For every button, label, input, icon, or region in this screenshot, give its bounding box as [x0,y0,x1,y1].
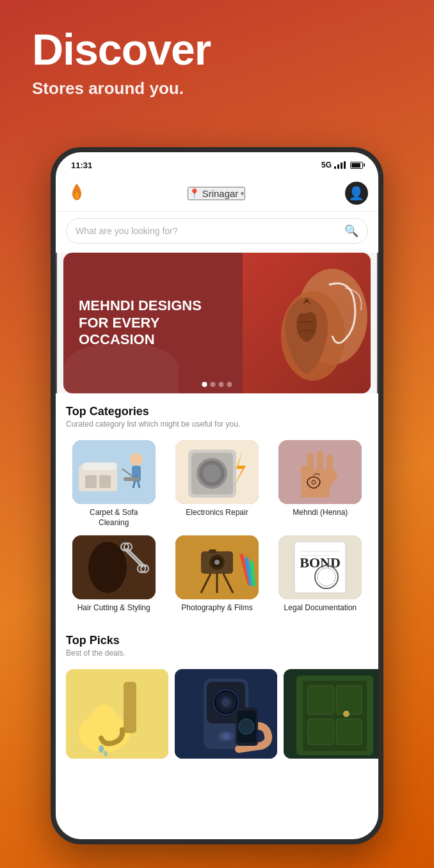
legal-thumbnail: BOND [278,535,362,599]
hair-illustration [72,535,156,599]
svg-point-35 [214,560,220,565]
app-logo [66,182,88,204]
category-electronics[interactable]: Electronics Repair [169,440,264,528]
flame-icon [66,182,88,204]
top-categories-title: Top Categories [66,405,368,418]
search-bar-wrap: What are you looking for? 🔍 [56,212,378,253]
svg-point-65 [239,719,254,734]
electronics-illustration [175,440,259,504]
phone-frame: 11:31 5G 📍 Srinagar ▾ [51,147,383,844]
category-legal[interactable]: BOND Legal Documentation [273,535,368,613]
chevron-down-icon: ▾ [241,190,244,197]
svg-point-53 [99,745,104,753]
svg-rect-36 [209,549,216,553]
signal-bar-4 [344,161,346,169]
henna-hands-illustration [243,253,371,393]
mehndi-label: Mehndi (Henna) [293,508,348,518]
banner-content: MEHNDI DESIGNSFOR EVERYOCCASION [63,282,243,363]
signal-bar-2 [337,164,339,169]
legal-illustration: BOND [278,535,362,599]
svg-point-75 [343,711,350,717]
battery-icon [350,162,363,169]
status-bar: 11:31 5G [56,152,378,175]
pick-door[interactable] [284,669,378,759]
hero-section: Discover Stores around you. [32,26,211,99]
faucet-illustration [66,669,168,759]
photo-thumbnail [175,535,259,599]
photography-illustration [175,535,259,599]
legal-label: Legal Documentation [284,603,357,613]
category-hair[interactable]: Hair Cutting & Styling [66,535,161,613]
network-label: 5G [321,161,332,170]
svg-rect-52 [124,682,136,733]
location-pin-icon: 📍 [189,188,200,198]
search-bar[interactable]: What are you looking for? 🔍 [66,218,368,244]
svg-point-54 [104,750,108,757]
svg-rect-7 [99,475,111,488]
carpet-illustration [72,440,156,504]
svg-point-19 [203,464,221,482]
svg-point-8 [130,453,143,466]
status-icons: 5G [321,161,363,170]
photography-label: Photography & Films [181,603,252,613]
carpet-thumbnail [72,440,156,504]
electronics-label: Electronics Repair [186,508,248,518]
svg-rect-12 [124,477,140,481]
categories-grid: Carpet & SofaCleaning [56,440,378,622]
svg-point-2 [305,299,309,303]
carpet-label: Carpet & SofaCleaning [90,508,138,528]
svg-rect-5 [82,462,117,470]
svg-rect-74 [336,719,362,745]
hero-title: Discover [32,26,211,74]
picks-grid [56,669,378,769]
mehndi-thumbnail [278,440,362,504]
svg-rect-71 [308,686,334,714]
location-label: Srinagar [202,188,239,199]
svg-rect-6 [85,475,97,488]
avatar-button[interactable]: 👤 [345,182,368,205]
doorbell-illustration [175,669,277,759]
hero-subtitle: Stores around you. [32,79,211,99]
top-picks-title: Top Picks [66,634,368,647]
app-header: 📍 Srinagar ▾ 👤 [56,175,378,212]
electronics-thumbnail [175,440,259,504]
svg-point-61 [223,699,229,706]
signal-bar-1 [334,166,336,169]
svg-point-24 [88,542,127,593]
top-categories-section: Top Categories Curated category list whi… [56,393,378,440]
svg-point-67 [223,733,229,739]
mehndi-illustration [278,440,362,504]
dot-3 [219,382,224,387]
svg-rect-72 [336,686,362,714]
hair-thumbnail [72,535,156,599]
dot-1 [202,382,207,387]
category-carpet[interactable]: Carpet & SofaCleaning [66,440,161,528]
main-content: Top Categories Curated category list whi… [56,393,378,844]
status-time: 11:31 [71,161,92,170]
banner-dots [202,382,232,387]
battery-fill [351,163,360,168]
svg-rect-73 [308,719,334,745]
location-button[interactable]: 📍 Srinagar ▾ [188,187,246,200]
top-picks-section: Top Picks Best of the deals. [56,622,378,669]
signal-bars [334,161,346,169]
search-placeholder: What are you looking for? [76,226,339,236]
banner[interactable]: MEHNDI DESIGNSFOR EVERYOCCASION [63,253,371,393]
top-categories-subtitle: Curated category list which might be use… [66,420,368,429]
pick-faucet[interactable] [66,669,168,759]
user-avatar-icon: 👤 [348,185,364,201]
dot-2 [211,382,216,387]
pick-doorbell[interactable] [175,669,277,759]
category-mehndi[interactable]: Mehndi (Henna) [273,440,368,528]
banner-title: MEHNDI DESIGNSFOR EVERYOCCASION [79,297,227,348]
category-photography[interactable]: Photography & Films [169,535,264,613]
dot-4 [227,382,232,387]
top-picks-subtitle: Best of the deals. [66,649,368,658]
signal-bar-3 [341,162,342,169]
hair-label: Hair Cutting & Styling [77,603,150,613]
door-illustration [284,669,378,759]
banner-image [243,253,371,393]
search-icon: 🔍 [344,224,358,238]
